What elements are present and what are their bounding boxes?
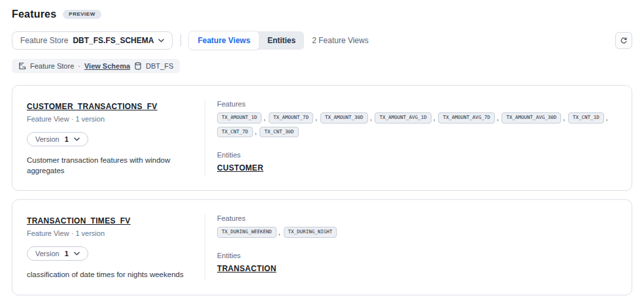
version-select-label: Version xyxy=(35,250,59,257)
feature-view-card: TRANSACTION_TIMES_FV Feature View · 1 ve… xyxy=(12,199,632,295)
feature-chip: TX_AMOUNT_7D xyxy=(269,112,313,124)
feature-store-select[interactable]: Feature Store DBT_FS.FS_SCHEMA xyxy=(12,31,173,50)
view-schema-link[interactable]: View Schema xyxy=(84,62,130,70)
feature-chip: TX_AMOUNT_AVG_1D xyxy=(375,112,431,124)
entities-section: Entities TRANSACTION xyxy=(217,252,617,274)
version-select[interactable]: Version 1 xyxy=(27,132,88,146)
features-page: Features PREVIEW Feature Store DBT_FS.FS… xyxy=(0,0,644,298)
entities-section: Entities CUSTOMER xyxy=(217,151,617,173)
chip-separator: , xyxy=(606,114,608,122)
breadcrumb: Feature Store · View Schema DBT_FS xyxy=(12,59,180,73)
refresh-button[interactable] xyxy=(615,32,632,49)
entities-label: Entities xyxy=(217,151,617,159)
feature-view-list: CUSTOMER_TRANSACTIONS_FV Feature View · … xyxy=(12,85,632,295)
feature-chip: TX_AMOUNT_AVG_7D xyxy=(438,112,494,124)
feature-view-meta: Feature View · 1 version xyxy=(27,115,192,123)
feature-chip: TX_DURING_NIGHT xyxy=(284,227,337,238)
chip-separator: , xyxy=(315,114,317,122)
feature-view-meta: Feature View · 1 version xyxy=(27,229,192,237)
entities-label: Entities xyxy=(217,252,617,259)
feature-chip: TX_CNT_7D xyxy=(217,127,253,138)
feature-views-count: 2 Feature Views xyxy=(312,36,369,45)
feature-chip: TX_DURING_WEEKEND xyxy=(217,227,277,238)
feature-store-icon xyxy=(18,62,26,70)
feature-chip-list: TX_DURING_WEEKEND,TX_DURING_NIGHT xyxy=(217,227,617,238)
features-label: Features xyxy=(217,214,617,222)
feature-view-summary: TRANSACTION_TIMES_FV Feature View · 1 ve… xyxy=(27,214,205,280)
entity-link-list: CUSTOMER xyxy=(217,159,617,173)
chip-separator: , xyxy=(563,114,565,122)
chip-separator: , xyxy=(497,114,499,122)
chevron-down-icon xyxy=(158,39,164,42)
page-header: Features PREVIEW xyxy=(0,0,644,20)
entity-link[interactable]: CUSTOMER xyxy=(217,163,263,173)
feature-view-details: Features TX_AMOUNT_1D,TX_AMOUNT_7D,TX_AM… xyxy=(205,100,617,176)
chip-separator: , xyxy=(279,229,280,236)
breadcrumb-store-label: Feature Store xyxy=(30,62,74,70)
feature-view-details: Features TX_DURING_WEEKEND,TX_DURING_NIG… xyxy=(205,214,617,280)
feature-chip: TX_CNT_1D xyxy=(568,112,604,124)
entity-link-list: TRANSACTION xyxy=(217,259,617,274)
feature-chip-list: TX_AMOUNT_1D,TX_AMOUNT_7D,TX_AMOUNT_30D,… xyxy=(217,112,617,137)
database-icon xyxy=(134,62,142,70)
refresh-icon xyxy=(620,37,628,45)
tab-entities[interactable]: Entities xyxy=(259,31,304,50)
version-select-value: 1 xyxy=(65,135,69,143)
toolbar-divider xyxy=(180,35,181,46)
chevron-down-icon xyxy=(74,252,80,256)
chevron-down-icon xyxy=(74,137,80,141)
feature-chip: TX_AMOUNT_30D xyxy=(320,112,368,124)
chip-separator: , xyxy=(263,114,265,122)
feature-view-card: CUSTOMER_TRANSACTIONS_FV Feature View · … xyxy=(12,85,632,191)
toolbar: Feature Store DBT_FS.FS_SCHEMA Feature V… xyxy=(12,31,632,50)
chip-separator: , xyxy=(255,128,257,135)
feature-chip: TX_CNT_30D xyxy=(260,127,298,138)
features-label: Features xyxy=(217,100,617,108)
tab-feature-views[interactable]: Feature Views xyxy=(189,31,258,50)
feature-store-select-label: Feature Store xyxy=(20,36,68,45)
feature-chip: TX_AMOUNT_AVG_30D xyxy=(501,112,561,124)
breadcrumb-separator: · xyxy=(78,62,80,70)
feature-store-select-value: DBT_FS.FS_SCHEMA xyxy=(73,36,154,45)
version-select[interactable]: Version 1 xyxy=(27,246,88,261)
feature-view-name-link[interactable]: CUSTOMER_TRANSACTIONS_FV xyxy=(27,102,158,111)
version-select-label: Version xyxy=(35,135,59,143)
feature-view-description: Customer transaction features with windo… xyxy=(27,156,192,176)
view-tabs: Feature Views Entities xyxy=(189,31,304,50)
chip-separator: , xyxy=(370,114,372,122)
version-select-value: 1 xyxy=(65,250,69,257)
preview-badge: PREVIEW xyxy=(63,10,101,19)
page-title: Features xyxy=(12,8,56,20)
breadcrumb-database-name: DBT_FS xyxy=(146,62,173,70)
feature-view-name-link[interactable]: TRANSACTION_TIMES_FV xyxy=(27,216,131,225)
chip-separator: , xyxy=(433,114,435,122)
feature-chip: TX_AMOUNT_1D xyxy=(217,112,262,124)
breadcrumb-row: Feature Store · View Schema DBT_FS xyxy=(12,59,632,73)
entity-link[interactable]: TRANSACTION xyxy=(217,264,277,273)
feature-view-summary: CUSTOMER_TRANSACTIONS_FV Feature View · … xyxy=(27,100,205,176)
feature-view-description: classification of date times for nights … xyxy=(27,270,192,280)
